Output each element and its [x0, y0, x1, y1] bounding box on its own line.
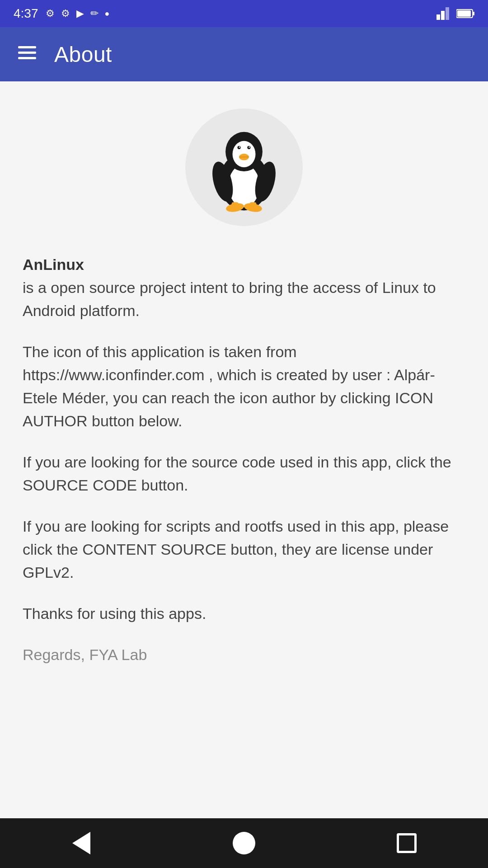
gear-icon-1: ⚙ [46, 8, 55, 19]
svg-marker-0 [436, 14, 440, 20]
back-button[interactable] [66, 827, 97, 859]
svg-rect-25 [232, 202, 239, 209]
back-icon [72, 832, 90, 854]
paragraph-6: Regards, FYA Lab [23, 643, 465, 666]
status-right [436, 7, 474, 20]
svg-point-17 [239, 146, 240, 148]
status-bar: 4:37 ⚙ ⚙ ▶ ✏ ● [0, 0, 488, 27]
paragraph-5: Thanks for using this apps. [23, 602, 465, 625]
home-icon [233, 832, 255, 854]
tux-logo [199, 122, 289, 212]
page-title: About [54, 42, 112, 67]
svg-rect-8 [18, 57, 36, 59]
recents-button[interactable] [391, 827, 422, 859]
status-icons: ⚙ ⚙ ▶ ✏ ● [46, 8, 110, 19]
about-text-content: AnLinux AnLinux is a open source project… [23, 253, 465, 684]
gear-icon-2: ⚙ [61, 8, 70, 19]
paragraph-2: The icon of this application is taken fr… [23, 340, 465, 433]
bottom-nav-bar [0, 818, 488, 868]
status-left: 4:37 ⚙ ⚙ ▶ ✏ ● [14, 6, 109, 21]
play-icon: ▶ [76, 8, 84, 19]
app-logo-container [185, 108, 303, 226]
tool-icon: ✏ [90, 8, 99, 19]
svg-rect-4 [473, 12, 474, 15]
paragraph-4: If you are looking for scripts and rootf… [23, 515, 465, 584]
dot-icon: ● [105, 9, 110, 19]
recents-icon [397, 833, 417, 853]
paragraph-3: If you are looking for the source code u… [23, 451, 465, 497]
battery-icon [456, 9, 474, 19]
svg-point-18 [249, 146, 250, 148]
paragraph-1: AnLinux AnLinux is a open source project… [23, 253, 465, 322]
app-name: AnLinux [23, 256, 84, 273]
app-bar: About [0, 27, 488, 81]
status-time: 4:37 [14, 6, 38, 21]
hamburger-menu-icon[interactable] [18, 46, 36, 62]
svg-rect-6 [18, 46, 36, 48]
svg-rect-26 [250, 202, 257, 209]
svg-marker-1 [441, 11, 445, 20]
signal-icon [436, 7, 451, 20]
svg-marker-2 [446, 7, 449, 20]
home-button[interactable] [228, 827, 260, 859]
svg-rect-5 [457, 10, 471, 17]
svg-rect-7 [18, 52, 36, 54]
content-area: AnLinux AnLinux is a open source project… [0, 81, 488, 818]
